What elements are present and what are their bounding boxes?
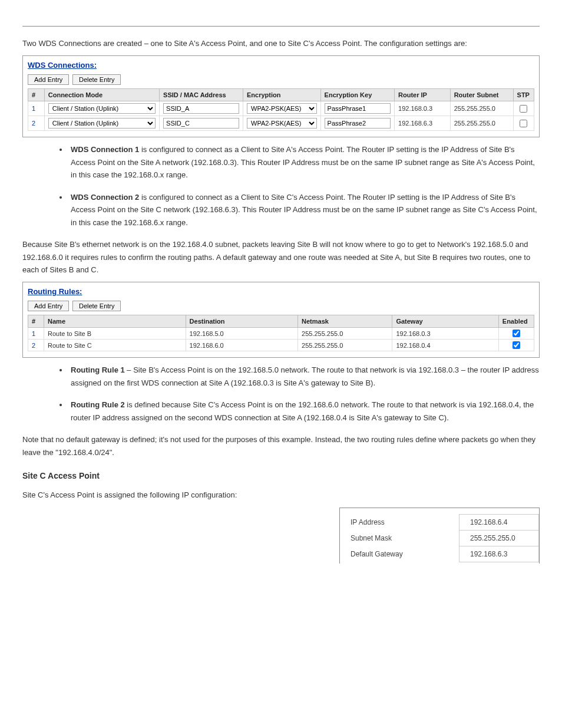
- site-c-ip-label: IP Address: [340, 514, 459, 530]
- routing-col-dest: Destination: [186, 315, 297, 328]
- wds-bullet-1: WDS Connection 1 is configured to connec…: [68, 143, 540, 181]
- routing-row-num: 1: [28, 328, 44, 340]
- routing-row-name: Route to Site C: [44, 340, 186, 351]
- site-c-ip-value: 192.168.6.4: [459, 514, 539, 530]
- routing-col-enabled: Enabled: [498, 315, 534, 328]
- routing-bullet-1: Routing Rule 1 – Site B's Access Point i…: [68, 364, 540, 389]
- routing-row-gateway: 192.168.0.4: [392, 340, 498, 351]
- routing-enabled-checkbox[interactable]: [513, 330, 520, 337]
- wds-row-num: 2: [28, 116, 45, 131]
- wds-routerip: 192.168.0.3: [395, 101, 451, 116]
- site-c-gw-value: 192.168.6.3: [459, 546, 539, 562]
- wds-ssid-input[interactable]: [163, 118, 239, 129]
- routing-bullet-2: Routing Rule 2 is defined because Site C…: [68, 398, 540, 424]
- routing-add-entry-button[interactable]: Add Entry: [28, 301, 69, 311]
- wds-ssid-input[interactable]: [163, 103, 239, 114]
- header-rule: [22, 26, 540, 27]
- wds-enc-select[interactable]: WPA2-PSK(AES): [247, 103, 317, 114]
- routing-row-dest: 192.168.6.0: [186, 340, 297, 351]
- wds-key-input[interactable]: [325, 118, 391, 129]
- site-c-gw-label: Default Gateway: [340, 546, 459, 562]
- wds-mode-select[interactable]: Client / Station (Uplink): [48, 118, 156, 129]
- note-paragraph: Note that no default gateway is defined;…: [22, 433, 540, 459]
- wds-bullets: WDS Connection 1 is configured to connec…: [22, 143, 540, 229]
- wds-enc-select[interactable]: WPA2-PSK(AES): [247, 118, 317, 129]
- routing-row-mask: 255.255.255.0: [298, 340, 392, 351]
- routing-enabled-checkbox[interactable]: [513, 341, 520, 349]
- wds-stp-checkbox[interactable]: [520, 105, 527, 113]
- site-c-intro: Site C's Access Point is assigned the fo…: [22, 489, 540, 501]
- wds-col-routerip: Router IP: [395, 89, 451, 101]
- routing-col-num: #: [28, 315, 44, 328]
- wds-col-ssid: SSID / MAC Address: [160, 89, 243, 101]
- wds-key-input[interactable]: [325, 103, 391, 114]
- wds-col-mode: Connection Mode: [44, 89, 159, 101]
- routing-row: 1 Route to Site B 192.168.5.0 255.255.25…: [28, 328, 534, 340]
- wds-row: 2 Client / Station (Uplink) WPA2-PSK(AES…: [28, 116, 534, 131]
- routing-row-num: 2: [28, 340, 44, 351]
- wds-panel-title: WDS Connections:: [28, 61, 97, 70]
- site-c-config-box: IP Address 192.168.6.4 Subnet Mask 255.2…: [339, 508, 540, 564]
- site-c-mask-value: 255.255.255.0: [459, 530, 539, 546]
- routing-table: # Name Destination Netmask Gateway Enabl…: [28, 315, 534, 351]
- wds-col-key: Encryption Key: [320, 89, 394, 101]
- routing-intro: Because Site B's ethernet network is on …: [22, 238, 540, 276]
- routing-row-gateway: 192.168.0.3: [392, 328, 498, 340]
- wds-stp-checkbox[interactable]: [520, 120, 527, 127]
- routing-row-dest: 192.168.5.0: [186, 328, 297, 340]
- wds-delete-entry-button[interactable]: Delete Entry: [72, 74, 121, 85]
- routing-row-name: Route to Site B: [44, 328, 186, 340]
- wds-row: 1 Client / Station (Uplink) WPA2-PSK(AES…: [28, 101, 534, 116]
- routing-row: 2 Route to Site C 192.168.6.0 255.255.25…: [28, 340, 534, 351]
- wds-bullet-2: WDS Connection 2 is configured to connec…: [68, 191, 540, 229]
- intro-paragraph: Two WDS Connections are created – one to…: [22, 37, 540, 50]
- routing-row-mask: 255.255.255.0: [298, 328, 392, 340]
- wds-routersubnet: 255.255.255.0: [450, 101, 513, 116]
- routing-col-gateway: Gateway: [392, 315, 498, 328]
- wds-col-enc: Encryption: [243, 89, 321, 101]
- wds-routersubnet: 255.255.255.0: [450, 116, 513, 131]
- wds-mode-select[interactable]: Client / Station (Uplink): [48, 103, 156, 114]
- wds-col-num: #: [28, 89, 45, 101]
- routing-col-mask: Netmask: [298, 315, 392, 328]
- wds-routerip: 192.168.6.3: [395, 116, 451, 131]
- site-c-heading: Site C Access Point: [22, 469, 540, 483]
- wds-row-num: 1: [28, 101, 45, 116]
- routing-bullets: Routing Rule 1 – Site B's Access Point i…: [22, 364, 540, 424]
- wds-col-stp: STP: [513, 89, 534, 101]
- routing-delete-entry-button[interactable]: Delete Entry: [72, 301, 121, 311]
- site-c-mask-label: Subnet Mask: [340, 530, 459, 546]
- wds-table: # Connection Mode SSID / MAC Address Enc…: [28, 88, 534, 131]
- routing-col-name: Name: [44, 315, 186, 328]
- wds-col-routersubnet: Router Subnet: [450, 89, 513, 101]
- routing-panel-title: Routing Rules:: [28, 287, 82, 296]
- wds-add-entry-button[interactable]: Add Entry: [28, 74, 69, 85]
- routing-panel: Routing Rules: Add Entry Delete Entry # …: [22, 282, 540, 358]
- wds-panel: WDS Connections: Add Entry Delete Entry …: [22, 55, 540, 137]
